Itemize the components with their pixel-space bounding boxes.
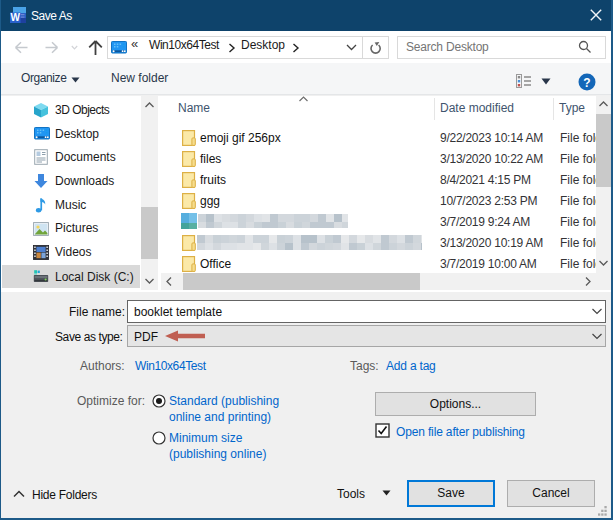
svg-text:?: ? — [583, 76, 590, 90]
svg-text:W: W — [11, 12, 21, 23]
